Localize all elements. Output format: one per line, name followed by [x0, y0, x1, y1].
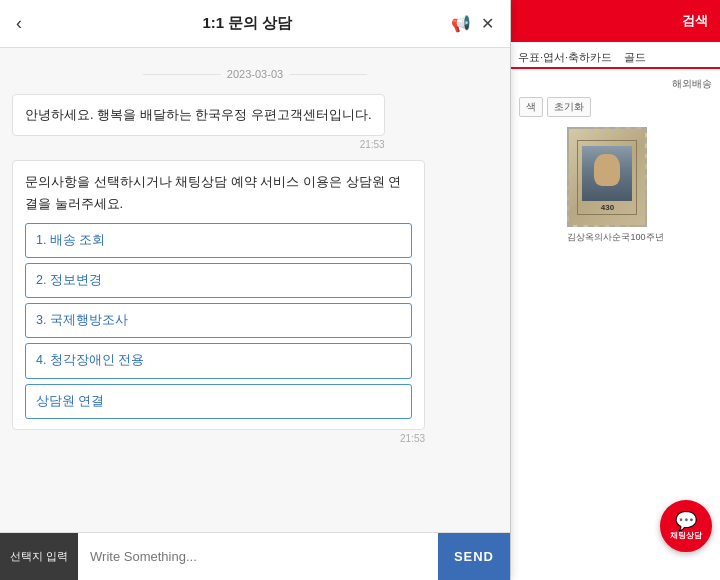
message-1-text: 안녕하세요. 행복을 배달하는 한국우정 우편고객센터입니다.: [25, 107, 372, 122]
filter-reset[interactable]: 초기화: [547, 97, 591, 117]
overseas-label: 해외배송: [519, 77, 712, 91]
header-icons: 📢 ✕: [451, 14, 494, 33]
chat-badge-button[interactable]: 💬 채팅상담: [660, 500, 712, 552]
chat-input-bar: 선택지 입력 SEND: [0, 532, 510, 580]
chat-messages: 2023-03-03 안녕하세요. 행복을 배달하는 한국우정 우편고객센터입니…: [0, 48, 510, 532]
stamp-area: 430 김상옥의사순국100주년: [519, 127, 712, 244]
search-bar[interactable]: 검색: [511, 0, 720, 42]
megaphone-icon[interactable]: 📢: [451, 14, 471, 33]
stamp-person-figure: [582, 146, 632, 201]
menu-option-1[interactable]: 1. 배송 조회: [25, 223, 412, 258]
filter-color[interactable]: 색: [519, 97, 543, 117]
stamp-caption: 김상옥의사순국100주년: [567, 231, 663, 244]
right-content: 해외배송 색 초기화 430 김상옥의사순국100주년: [511, 69, 720, 252]
message-1-time: 21:53: [12, 139, 385, 150]
message-1-bubble: 안녕하세요. 행복을 배달하는 한국우정 우편고객센터입니다.: [12, 94, 385, 136]
chat-title: 1:1 문의 상담: [44, 14, 451, 33]
stamp-price: 430: [601, 203, 614, 212]
search-label: 검색: [682, 12, 708, 30]
chat-badge-icon: 💬: [675, 512, 697, 530]
send-button[interactable]: SEND: [438, 533, 510, 580]
message-input[interactable]: [78, 533, 438, 580]
close-icon[interactable]: ✕: [481, 14, 494, 33]
menu-option-connect[interactable]: 상담원 연결: [25, 384, 412, 419]
nav-tab-stamps: 우표·엽서·축하카드: [515, 48, 615, 67]
chat-panel: ‹ 1:1 문의 상담 📢 ✕ 2023-03-03 안녕하세요. 행복을 배달…: [0, 0, 510, 580]
message-2: 문의사항을 선택하시거나 채팅상담 예약 서비스 이용은 상담원 연결을 눌러주…: [12, 160, 425, 444]
message-1: 안녕하세요. 행복을 배달하는 한국우정 우편고객센터입니다. 21:53: [12, 94, 385, 150]
message-2-intro: 문의사항을 선택하시거나 채팅상담 예약 서비스 이용은 상담원 연결을 눌러주…: [25, 171, 412, 215]
background-website: 검색 우표·엽서·축하카드 골드 해외배송 색 초기화 430 김상옥의사순국1…: [510, 0, 720, 580]
stamp-image: 430: [567, 127, 647, 227]
date-divider: 2023-03-03: [12, 68, 498, 80]
message-2-bubble: 문의사항을 선택하시거나 채팅상담 예약 서비스 이용은 상담원 연결을 눌러주…: [12, 160, 425, 430]
nav-tab-gold: 골드: [621, 48, 649, 67]
menu-option-4[interactable]: 4. 청각장애인 전용: [25, 343, 412, 378]
mode-label: 선택지 입력: [0, 533, 78, 580]
chat-badge-label: 채팅상담: [670, 530, 702, 541]
filter-row: 색 초기화: [519, 97, 712, 117]
back-button[interactable]: ‹: [16, 13, 44, 34]
menu-option-3[interactable]: 3. 국제행방조사: [25, 303, 412, 338]
nav-tabs: 우표·엽서·축하카드 골드: [511, 42, 720, 69]
menu-option-2[interactable]: 2. 정보변경: [25, 263, 412, 298]
chat-header: ‹ 1:1 문의 상담 📢 ✕: [0, 0, 510, 48]
message-2-time: 21:53: [12, 433, 425, 444]
